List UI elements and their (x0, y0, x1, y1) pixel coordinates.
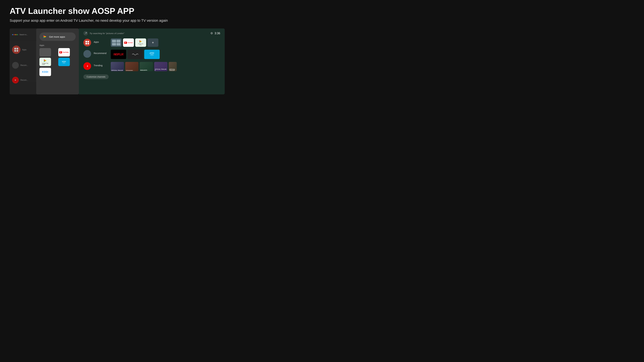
atv-tile-sony[interactable] (128, 50, 143, 59)
sidebar-item-youtube[interactable]: Recom... (12, 77, 40, 83)
apps-row-tiles: YouTube Google PlayStore (111, 38, 220, 47)
get-more-apps-button[interactable]: Get more apps (40, 32, 76, 41)
trend-tile-3[interactable]: HIGHLIGHTS (140, 62, 153, 71)
youtube-sidebar-label: Recom... (20, 79, 28, 81)
apps-icon (12, 45, 20, 54)
apps-grid: YouTube Google PlayStore (40, 48, 76, 66)
sidebar-item-search[interactable]: Search m... (12, 32, 40, 37)
app-tile-kodi[interactable]: KODI (40, 68, 51, 76)
right-screenshot: 🎤 Try searching for "pictures of London"… (79, 28, 225, 94)
atv-tile-add[interactable]: + (148, 38, 158, 47)
trend-label-1: OFFICIAL TRAILER (112, 70, 123, 71)
settings-icon[interactable]: ⚙ (210, 31, 213, 35)
atv-tile-grid[interactable] (111, 38, 122, 47)
recommend-row-tiles: NEIFLIX prime video (111, 50, 220, 59)
atv-trending-row: Trending OFFICIAL TRAILER OPPENHEIMER HI… (79, 61, 225, 72)
trending-row-tiles: OFFICIAL TRAILER OPPENHEIMER HIGHLIGHTS … (111, 62, 220, 71)
atv-tile-primevideo[interactable]: prime video ▸ (144, 50, 160, 59)
app-tile-youtube[interactable]: YouTube (58, 48, 70, 56)
get-more-label: Get more apps (49, 35, 65, 38)
recommend-row-icon (84, 50, 91, 58)
atv-apps-row: Apps (79, 37, 225, 48)
recommend-icon (12, 62, 19, 69)
search-label: Search m... (20, 34, 28, 35)
apps-sidebar-label: Apps (22, 48, 26, 51)
netflix-logo: NEIFLIX (114, 53, 124, 56)
page: ATV Launcher show AOSP APP Support your … (0, 0, 234, 99)
app-tile-playstore[interactable]: Google PlayStore (40, 58, 51, 66)
trend-tile-5[interactable]: OFFICIAL TRAILER (169, 62, 177, 71)
customize-channels-button[interactable]: Customize channels (84, 74, 109, 79)
trend-tile-4[interactable]: OFFICIAL TRAILER 2 (154, 62, 168, 71)
google-play-icon (43, 34, 47, 39)
trend-label-2: OPPENHEIMER (126, 70, 133, 71)
add-icon: + (152, 40, 154, 45)
apps-row-icon (84, 39, 91, 46)
microphone-icon: 🎤 (84, 31, 88, 35)
customize-channels-label: Customize channels (86, 76, 106, 78)
page-title: ATV Launcher show AOSP APP (10, 6, 225, 15)
atv-header: 🎤 Try searching for "pictures of London"… (79, 28, 225, 37)
app-tile-primevideo[interactable]: prime video (58, 58, 70, 66)
search-icon (12, 32, 18, 37)
apps-popup-panel: Get more apps Apps (36, 28, 79, 94)
sidebar-item-recommend[interactable]: Recom... (12, 62, 40, 69)
trend-tile-1[interactable]: OFFICIAL TRAILER (111, 62, 124, 71)
atv-tile-playstore[interactable]: Google PlayStore (135, 38, 146, 47)
trend-label-4: OFFICIAL TRAILER 2 (155, 69, 168, 71)
apps-row-label: Apps (94, 38, 108, 43)
kodi-label: KODI (42, 71, 48, 73)
screenshots-container: Search m... Apps (10, 28, 225, 94)
atv-tile-youtube[interactable]: YouTube (123, 38, 134, 47)
recommend-row-label: Recommend (94, 50, 108, 54)
recommend-sidebar-label: Recom... (20, 64, 28, 66)
trending-row-icon (84, 62, 91, 70)
trend-tile-2[interactable]: OPPENHEIMER (125, 62, 138, 71)
apps-section-label: Apps (40, 44, 76, 46)
trending-row-label: Trending (94, 62, 108, 67)
clock-display: 3:36 (214, 32, 220, 35)
trend-label-3: HIGHLIGHTS (140, 70, 147, 71)
time-area: ⚙ 3:36 (210, 31, 220, 35)
mic-symbol: 🎤 (84, 32, 87, 34)
sidebar-item-apps[interactable]: Apps (12, 45, 40, 54)
search-hint-text: Try searching for "pictures of London" (90, 32, 124, 34)
page-subtitle: Support your aosp app enter on Android T… (10, 18, 225, 23)
atv-recommend-row: Recommend NEIFLIX (79, 49, 225, 60)
app-tile-grid[interactable] (40, 48, 51, 56)
atv-tile-netflix[interactable]: NEIFLIX (111, 50, 126, 59)
trend-label-5: OFFICIAL TRAILER (169, 69, 177, 71)
left-screenshot: Search m... Apps (10, 28, 79, 94)
youtube-sidebar-icon (12, 77, 19, 83)
search-area[interactable]: 🎤 Try searching for "pictures of London" (84, 31, 124, 35)
